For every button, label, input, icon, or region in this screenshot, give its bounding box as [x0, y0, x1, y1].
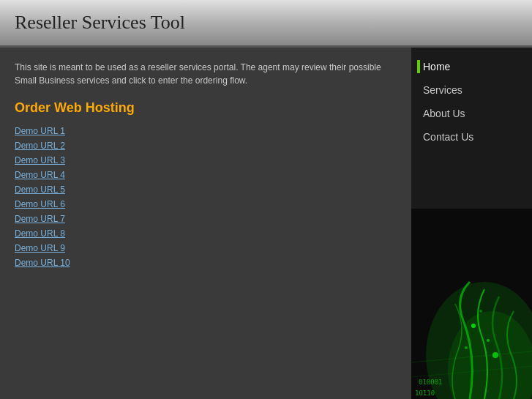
svg-point-9	[465, 346, 468, 349]
demo-link[interactable]: Demo URL 10	[15, 258, 397, 268]
nav-menu: HomeServicesAbout UsContact Us	[411, 48, 532, 149]
demo-link[interactable]: Demo URL 4	[15, 170, 397, 180]
svg-point-7	[479, 310, 482, 313]
nav-item-about-us[interactable]: About Us	[411, 102, 532, 125]
sidebar: HomeServicesAbout UsContact Us 010001 10…	[411, 48, 532, 399]
page-header: Reseller Services Tool	[0, 0, 532, 48]
content-area: This site is meant to be used as a resel…	[0, 48, 411, 399]
svg-point-6	[487, 339, 490, 342]
nav-item-services[interactable]: Services	[411, 78, 532, 102]
intro-text: This site is meant to be used as a resel…	[15, 61, 397, 87]
demo-link[interactable]: Demo URL 3	[15, 155, 397, 165]
demo-link[interactable]: Demo URL 7	[15, 214, 397, 224]
demo-link[interactable]: Demo URL 2	[15, 141, 397, 151]
svg-point-5	[471, 324, 476, 328]
demo-link[interactable]: Demo URL 9	[15, 243, 397, 253]
nav-item-home[interactable]: Home	[411, 55, 532, 78]
page-title: Reseller Services Tool	[15, 12, 185, 34]
main-layout: This site is meant to be used as a resel…	[0, 48, 532, 399]
svg-text:010001: 010001	[419, 379, 443, 386]
demo-link[interactable]: Demo URL 6	[15, 199, 397, 209]
svg-text:10110: 10110	[415, 389, 435, 397]
order-heading: Order Web Hosting	[15, 100, 397, 116]
nav-item-contact-us[interactable]: Contact Us	[411, 125, 532, 149]
demo-link[interactable]: Demo URL 1	[15, 126, 397, 136]
demo-links-container: Demo URL 1Demo URL 2Demo URL 3Demo URL 4…	[15, 126, 397, 268]
demo-link[interactable]: Demo URL 5	[15, 184, 397, 195]
demo-link[interactable]: Demo URL 8	[15, 228, 397, 239]
sidebar-image: 010001 10110	[411, 209, 532, 399]
